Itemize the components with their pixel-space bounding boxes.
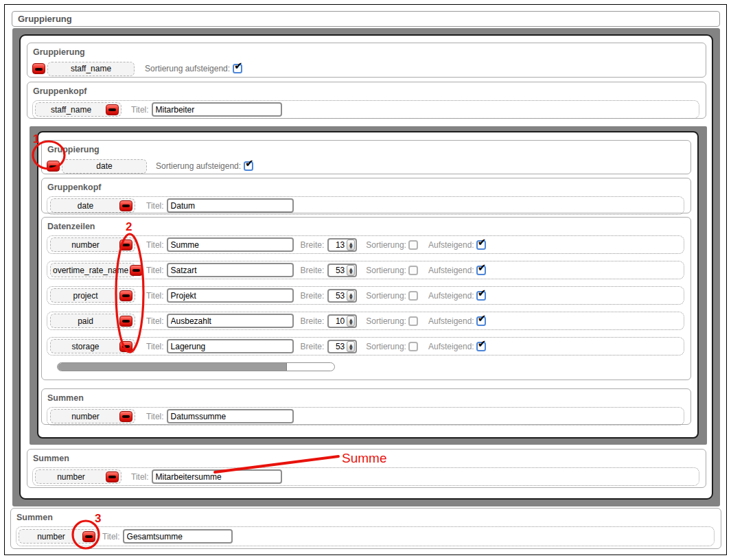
- field-chip-label: staff_name: [50, 64, 132, 73]
- aufsteigend-checkbox[interactable]: [476, 316, 486, 326]
- stepper-down-icon[interactable]: ▼: [349, 347, 353, 350]
- field-chip-label: number: [21, 532, 81, 541]
- sortierung-checkbox[interactable]: [408, 266, 418, 275]
- breite-label: Breite:: [301, 291, 325, 301]
- sortierung-aufsteigend-checkbox[interactable]: [244, 161, 253, 171]
- field-chip-date[interactable]: date: [62, 159, 147, 174]
- breite-label: Breite:: [301, 266, 325, 275]
- stepper-down-icon[interactable]: ▼: [349, 321, 353, 325]
- scrollbar-thumb[interactable]: [58, 363, 287, 371]
- stepper-arrows-icon[interactable]: ▲▼: [347, 316, 355, 327]
- breite-stepper[interactable]: 53 ▲▼: [327, 340, 357, 353]
- field-chip-number[interactable]: number: [50, 237, 135, 252]
- minus-icon: [108, 476, 116, 478]
- field-chip-label: overtime_rate_name: [53, 266, 128, 275]
- breite-value: 10: [329, 316, 347, 326]
- titel-label: Titel:: [146, 412, 164, 421]
- field-chip-label: storage: [53, 342, 118, 351]
- titel-label: Titel:: [146, 240, 164, 250]
- grouping-row: staff_name Sortierung aufsteigend:: [32, 61, 699, 76]
- remove-field-button[interactable]: [119, 316, 132, 327]
- field-chip-number[interactable]: number: [35, 469, 121, 484]
- remove-group-button[interactable]: [32, 63, 45, 74]
- stepper-arrows-icon[interactable]: ▲▼: [347, 341, 355, 352]
- data-row: paid Titel: Breite: 10 ▲▼ Sortierung:: [47, 312, 684, 330]
- field-chip-storage[interactable]: storage: [50, 339, 135, 353]
- minus-icon: [122, 345, 130, 348]
- titel-label: Titel:: [146, 201, 164, 211]
- remove-field-button[interactable]: [119, 290, 132, 301]
- aufsteigend-checkbox[interactable]: [476, 342, 486, 351]
- field-chip-number[interactable]: number: [19, 529, 98, 544]
- titel-label: Titel:: [146, 342, 164, 351]
- fieldset-legend: Gruppierung: [47, 145, 684, 154]
- sortierung-aufsteigend-checkbox[interactable]: [233, 64, 242, 73]
- window-title-box: Gruppierung: [12, 11, 720, 27]
- grouping-row: date Sortierung aufsteigend:: [47, 159, 684, 174]
- titel-input[interactable]: [167, 314, 294, 328]
- stepper-down-icon[interactable]: ▼: [349, 245, 353, 248]
- sortierung-label: Sortierung:: [366, 342, 406, 351]
- breite-stepper[interactable]: 53 ▲▼: [327, 289, 357, 303]
- field-chip-staff-name[interactable]: staff_name: [47, 62, 135, 76]
- field-chip-number[interactable]: number: [50, 409, 135, 423]
- remove-field-button[interactable]: [119, 200, 132, 211]
- fieldset-gruppenkopf-nested: Gruppenkopf date Titel:: [41, 178, 691, 213]
- aufsteigend-label: Aufsteigend:: [428, 316, 474, 326]
- field-chip-label: number: [38, 472, 104, 482]
- titel-input[interactable]: [167, 409, 294, 423]
- stepper-down-icon[interactable]: ▼: [349, 270, 353, 274]
- aufsteigend-checkbox[interactable]: [476, 240, 486, 250]
- sortierung-checkbox[interactable]: [408, 316, 418, 326]
- sortierung-aufsteigend-label: Sortierung aufsteigend:: [156, 161, 241, 171]
- breite-stepper[interactable]: 53 ▲▼: [327, 264, 357, 277]
- fieldset-legend: Gruppierung: [33, 47, 699, 57]
- aufsteigend-checkbox[interactable]: [476, 291, 486, 301]
- field-chip-date[interactable]: date: [50, 198, 135, 213]
- field-chip-project[interactable]: project: [50, 288, 135, 303]
- titel-input[interactable]: [152, 469, 282, 484]
- titel-input[interactable]: [167, 288, 294, 303]
- field-chip-staff-name[interactable]: staff_name: [35, 102, 121, 117]
- aufsteigend-label: Aufsteigend:: [428, 240, 474, 250]
- group-header-row: staff_name Titel:: [32, 100, 699, 119]
- titel-input[interactable]: [167, 198, 294, 213]
- sortierung-checkbox[interactable]: [408, 291, 418, 301]
- minus-icon: [108, 108, 116, 111]
- field-chip-paid[interactable]: paid: [50, 314, 135, 328]
- sortierung-label: Sortierung:: [366, 240, 406, 250]
- stepper-arrows-icon[interactable]: ▲▼: [347, 240, 355, 250]
- remove-group-button[interactable]: [47, 161, 60, 172]
- data-row: storage Titel: Breite: 53 ▲▼ Sortierung:: [47, 337, 684, 355]
- aufsteigend-checkbox[interactable]: [476, 266, 486, 275]
- fieldset-summen-nested: Summen number Titel:: [41, 388, 691, 425]
- field-chip-overtime-rate-name[interactable]: overtime_rate_name: [50, 263, 135, 277]
- field-chip-label: number: [53, 412, 118, 421]
- minus-icon: [49, 165, 57, 168]
- stepper-arrows-icon[interactable]: ▲▼: [347, 290, 355, 301]
- titel-input[interactable]: [152, 102, 282, 117]
- breite-stepper[interactable]: 13 ▲▼: [327, 238, 357, 252]
- outer-group-panel: Gruppierung staff_name Sortierung aufste…: [12, 28, 720, 506]
- remove-field-button[interactable]: [119, 240, 132, 250]
- remove-field-button[interactable]: [106, 104, 119, 115]
- titel-input[interactable]: [123, 529, 233, 544]
- sortierung-label: Sortierung:: [366, 266, 406, 275]
- remove-field-button[interactable]: [106, 471, 119, 482]
- breite-stepper[interactable]: 10 ▲▼: [327, 314, 357, 328]
- stepper-arrows-icon[interactable]: ▲▼: [347, 265, 355, 276]
- horizontal-scrollbar[interactable]: [57, 362, 335, 371]
- stepper-down-icon[interactable]: ▼: [349, 296, 353, 299]
- sortierung-checkbox[interactable]: [408, 342, 418, 351]
- remove-field-button[interactable]: [82, 531, 95, 542]
- titel-label: Titel:: [146, 291, 164, 301]
- remove-field-button[interactable]: [130, 265, 143, 276]
- remove-field-button[interactable]: [119, 411, 132, 422]
- sortierung-checkbox[interactable]: [408, 240, 418, 250]
- titel-input[interactable]: [167, 339, 294, 353]
- outer-group-content: Gruppierung staff_name Sortierung aufste…: [19, 34, 713, 500]
- titel-input[interactable]: [167, 237, 294, 252]
- titel-input[interactable]: [167, 263, 294, 277]
- remove-field-button[interactable]: [119, 341, 132, 352]
- sum-row: number Titel:: [47, 407, 684, 425]
